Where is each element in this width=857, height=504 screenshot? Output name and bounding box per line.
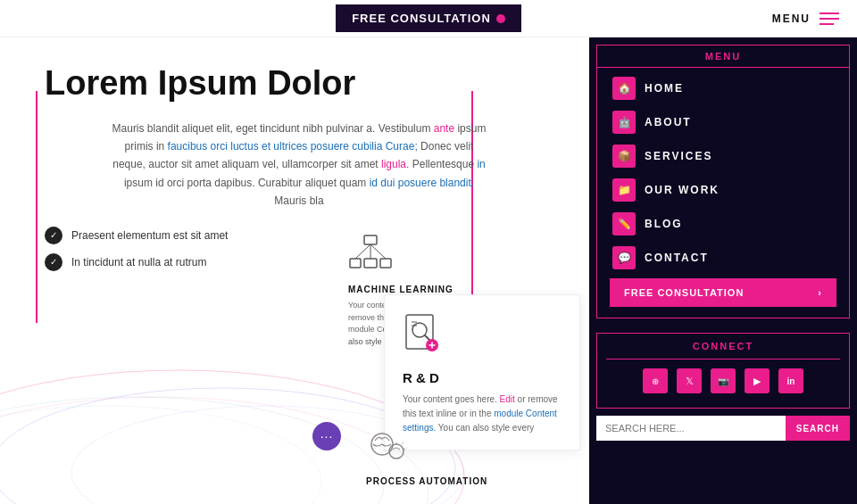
more-dots-button[interactable]: ··· xyxy=(312,422,341,450)
social-icons-row: ⊕ 𝕏 📷 ▶ in xyxy=(606,368,840,393)
social-icon-web[interactable]: ⊕ xyxy=(643,368,668,393)
check-label-1: Praesent elementum est sit amet xyxy=(71,229,228,242)
svg-rect-6 xyxy=(364,235,377,244)
hamburger-icon xyxy=(820,12,839,25)
free-consultation-label: FREE CONSULTATION xyxy=(352,12,491,25)
svg-point-22 xyxy=(389,444,404,459)
social-icon-twitter[interactable]: 𝕏 xyxy=(677,368,702,393)
about-icon: 🤖 xyxy=(612,111,636,134)
connect-panel: CONNECT ⊕ 𝕏 📷 ▶ in xyxy=(596,333,850,409)
ml-icon xyxy=(348,234,473,277)
pa-icon xyxy=(366,425,491,471)
left-content-area: Lorem Ipsum Dolor Mauris blandit aliquet… xyxy=(0,37,589,504)
main-title: Lorem Ipsum Dolor xyxy=(45,64,553,103)
sidebar-cta-label: FREE CONSULTATION xyxy=(624,287,744,298)
rd-card-title: R & D xyxy=(403,370,562,385)
rd-document-icon xyxy=(403,313,443,358)
search-input[interactable] xyxy=(596,416,786,441)
checklist-item-2: In tincidunt at nulla at rutrum xyxy=(45,253,553,271)
sidebar-menu-title: MENU xyxy=(597,45,849,68)
svg-line-24 xyxy=(400,442,404,446)
rd-icon xyxy=(403,313,562,361)
svg-rect-8 xyxy=(364,259,377,268)
our-work-icon: 📁 xyxy=(612,178,636,202)
svg-rect-7 xyxy=(350,259,361,268)
pa-title: PROCESS AUTOMATION xyxy=(366,476,491,486)
nav-label-home: HOME xyxy=(645,82,684,95)
menu-label: MENU xyxy=(772,12,811,25)
svg-line-25 xyxy=(404,448,407,450)
ml-diagram-icon xyxy=(348,234,393,274)
pa-section: PROCESS AUTOMATION xyxy=(366,425,491,486)
connect-title: CONNECT xyxy=(606,341,840,359)
svg-point-3 xyxy=(0,397,428,504)
home-icon: 🏠 xyxy=(612,77,636,100)
check-icon-2 xyxy=(45,253,62,271)
svg-point-1 xyxy=(0,397,384,504)
arrow-icon: › xyxy=(818,287,822,298)
body-text: Mauris blandit aliquet elit, eget tincid… xyxy=(112,120,487,211)
social-icon-youtube[interactable]: ▶ xyxy=(745,368,770,393)
sidebar-item-contact[interactable]: 💬 CONTACT xyxy=(597,241,849,275)
sidebar-item-blog[interactable]: ✏️ BLOG xyxy=(597,207,849,241)
social-icon-linkedin[interactable]: in xyxy=(778,368,803,393)
sidebar-item-home[interactable]: 🏠 HOME xyxy=(597,71,849,105)
nav-label-services: SERVICES xyxy=(645,150,712,162)
sidebar-consultation-button[interactable]: FREE CONSULTATION › xyxy=(610,278,836,307)
ml-title: MACHINE LEARNING xyxy=(348,285,473,294)
check-label-2: In tincidunt at nulla at rutrum xyxy=(71,256,206,269)
sidebar-menu-panel: MENU 🏠 HOME 🤖 ABOUT 📦 SERVICES 📁 OUR WOR… xyxy=(596,45,850,318)
sidebar-item-our-work[interactable]: 📁 OUR WORK xyxy=(597,173,849,207)
free-consultation-button[interactable]: FREE CONSULTATION xyxy=(336,4,521,32)
right-sidebar: MENU 🏠 HOME 🤖 ABOUT 📦 SERVICES 📁 OUR WOR… xyxy=(589,37,857,504)
blog-icon: ✏️ xyxy=(612,212,636,235)
nav-label-our-work: OUR WORK xyxy=(645,184,720,196)
checklist-item-1: Praesent elementum est sit amet xyxy=(45,227,553,244)
main-layout: Lorem Ipsum Dolor Mauris blandit aliquet… xyxy=(0,37,857,504)
svg-point-4 xyxy=(0,406,321,504)
nav-label-contact: CONTACT xyxy=(645,252,709,264)
checklist: Praesent elementum est sit amet In tinci… xyxy=(45,227,553,271)
header: FREE CONSULTATION MENU xyxy=(0,0,857,37)
contact-icon: 💬 xyxy=(612,246,636,269)
menu-toggle[interactable]: MENU xyxy=(772,12,839,25)
magenta-dot-icon xyxy=(496,14,505,23)
nav-label-about: ABOUT xyxy=(645,116,692,128)
search-row: SEARCH xyxy=(596,416,850,441)
sidebar-item-services[interactable]: 📦 SERVICES xyxy=(597,139,849,173)
nav-label-blog: BLOG xyxy=(645,218,683,230)
check-icon-1 xyxy=(45,227,62,244)
search-button[interactable]: SEARCH xyxy=(786,416,850,441)
svg-line-10 xyxy=(355,244,370,259)
services-icon: 📦 xyxy=(612,145,636,168)
pa-brain-icon xyxy=(366,425,409,467)
content-inner: Lorem Ipsum Dolor Mauris blandit aliquet… xyxy=(0,37,589,303)
svg-line-12 xyxy=(370,244,386,259)
social-icon-instagram[interactable]: 📷 xyxy=(711,368,736,393)
sidebar-item-about[interactable]: 🤖 ABOUT xyxy=(597,105,849,139)
svg-rect-9 xyxy=(380,259,391,268)
